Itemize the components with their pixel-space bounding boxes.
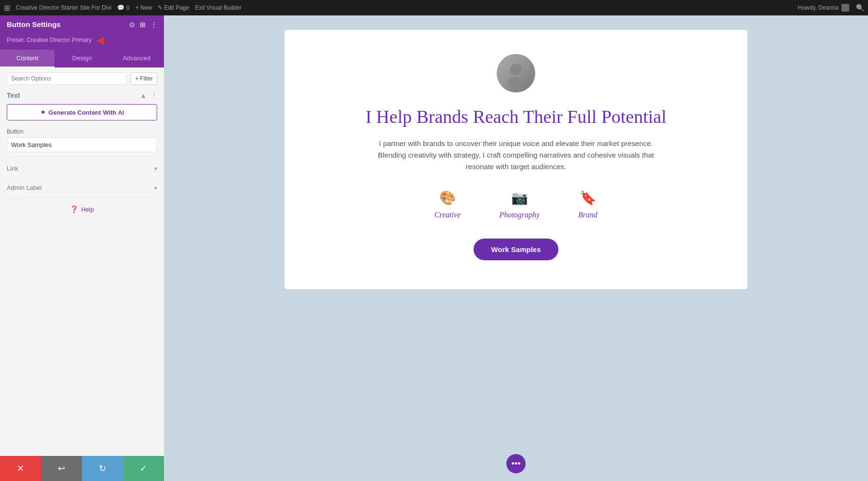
- text-section-icons: ▲ ⋮: [140, 92, 157, 99]
- comment-count[interactable]: 💬 0: [117, 4, 130, 11]
- ai-button-label: Generate Content With AI: [49, 109, 124, 116]
- redo-icon: ↻: [99, 463, 106, 474]
- preview-area: I Help Brands Reach Their Full Potential…: [164, 15, 868, 481]
- service-creative: 🎨 Creative: [434, 190, 461, 219]
- left-panel: Button Settings ⊙ ⊞ ⋮ Preset: Creative D…: [0, 15, 164, 481]
- brand-label: Brand: [578, 211, 597, 219]
- search-input[interactable]: [7, 72, 127, 85]
- tab-content[interactable]: Content: [0, 50, 54, 67]
- text-section-title: Text: [7, 92, 20, 99]
- camera-icon[interactable]: ⊙: [129, 21, 135, 28]
- tab-design[interactable]: Design: [54, 50, 109, 67]
- more-options-icon[interactable]: ⋮: [150, 21, 157, 28]
- help-row[interactable]: ❓ Help: [7, 199, 157, 220]
- profile-avatar: [497, 54, 535, 93]
- edit-page-link[interactable]: ✎ Edit Page: [158, 4, 189, 11]
- admin-label-header[interactable]: Admin Label ▾: [7, 179, 157, 196]
- help-icon: ❓: [70, 205, 78, 213]
- hero-title: I Help Brands Reach Their Full Potential: [366, 106, 666, 128]
- button-field-label: Button: [7, 128, 157, 135]
- undo-button[interactable]: ↩: [41, 456, 82, 481]
- exit-builder-link[interactable]: Exit Visual Builder: [195, 4, 242, 11]
- redo-button[interactable]: ↻: [82, 456, 123, 481]
- services-row: 🎨 Creative 📷 Photography 🔖 Brand: [434, 190, 597, 219]
- comment-icon: 💬: [117, 4, 124, 11]
- new-link[interactable]: + New: [136, 4, 152, 11]
- tab-advanced[interactable]: Advanced: [109, 50, 164, 67]
- creative-label: Creative: [434, 211, 461, 219]
- service-brand: 🔖 Brand: [578, 190, 597, 219]
- howdy-label: Howdy, Deanna: [798, 4, 839, 11]
- link-section-title: Link: [7, 165, 18, 172]
- admin-label-title: Admin Label: [7, 184, 41, 191]
- collapse-icon[interactable]: ▲: [140, 92, 147, 99]
- floating-dots-button[interactable]: •••: [506, 454, 526, 473]
- red-arrow-icon: ◀: [96, 34, 104, 46]
- panel-header: Button Settings ⊙ ⊞ ⋮: [0, 15, 164, 33]
- preview-card: I Help Brands Reach Their Full Potential…: [285, 30, 747, 289]
- hero-subtitle: I partner with brands to uncover their u…: [366, 138, 665, 173]
- save-icon: ✓: [140, 463, 147, 474]
- search-row: + Filter: [7, 72, 157, 85]
- brand-icon: 🔖: [580, 190, 597, 206]
- wp-admin-bar: ⊞ Creative Director Starter Site For Div…: [0, 0, 868, 15]
- text-section-more-icon[interactable]: ⋮: [150, 92, 157, 99]
- ai-generate-button[interactable]: ✦ Generate Content With AI: [7, 104, 157, 120]
- text-section-header: Text ▲ ⋮: [7, 92, 157, 99]
- admin-label-chevron-icon: ▾: [154, 185, 157, 191]
- howdy-menu[interactable]: Howdy, Deanna 🔍: [798, 4, 865, 12]
- help-label: Help: [81, 206, 94, 213]
- preset-label[interactable]: Preset: Creative Director Primary: [7, 37, 92, 43]
- panel-body: + Filter Text ▲ ⋮ ✦ Generate Content Wit…: [0, 67, 164, 456]
- panel-tabs: Content Design Advanced: [0, 50, 164, 67]
- filter-button[interactable]: + Filter: [131, 72, 157, 85]
- cancel-button[interactable]: ✕: [0, 456, 41, 481]
- preset-row: Preset: Creative Director Primary ◀: [0, 33, 164, 50]
- photography-icon: 📷: [511, 190, 528, 206]
- main-container: Button Settings ⊙ ⊞ ⋮ Preset: Creative D…: [0, 15, 868, 481]
- admin-search-icon[interactable]: 🔍: [856, 4, 864, 12]
- save-button[interactable]: ✓: [123, 456, 164, 481]
- link-section: Link ▾: [7, 160, 157, 177]
- panel-title: Button Settings: [7, 20, 61, 28]
- link-chevron-icon: ▾: [154, 165, 157, 172]
- admin-avatar: [841, 4, 849, 12]
- undo-icon: ↩: [58, 463, 65, 474]
- wp-logo-icon: ⊞: [4, 3, 10, 13]
- service-photography: 📷 Photography: [499, 190, 540, 219]
- button-text-input[interactable]: [7, 137, 157, 152]
- panel-header-icons: ⊙ ⊞ ⋮: [129, 21, 157, 28]
- photography-label: Photography: [499, 211, 540, 219]
- svg-point-0: [510, 64, 522, 75]
- creative-icon: 🎨: [439, 190, 456, 206]
- cta-button[interactable]: Work Samples: [474, 239, 558, 260]
- admin-label-section: Admin Label ▾: [7, 179, 157, 197]
- link-section-header[interactable]: Link ▾: [7, 160, 157, 177]
- site-name[interactable]: Creative Director Starter Site For Divi: [16, 4, 111, 11]
- avatar-image: [497, 54, 535, 93]
- cancel-icon: ✕: [17, 463, 24, 474]
- svg-point-1: [507, 77, 525, 88]
- panel-footer: ✕ ↩ ↻ ✓: [0, 456, 164, 481]
- ai-icon: ✦: [40, 108, 46, 116]
- dots-icon: •••: [512, 459, 521, 469]
- columns-icon[interactable]: ⊞: [140, 21, 146, 28]
